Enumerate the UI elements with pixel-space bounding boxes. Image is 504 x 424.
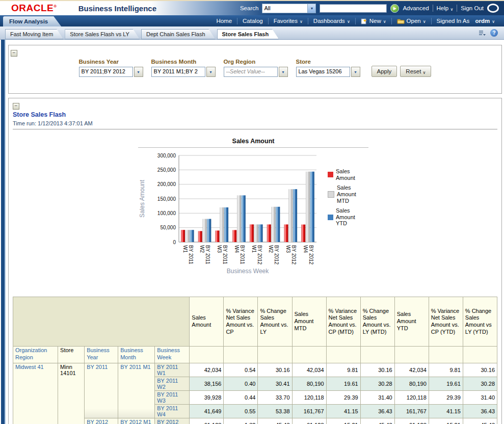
reset-button[interactable]: Reset ∨ [400, 66, 431, 77]
collapse-icon[interactable]: − [13, 103, 19, 110]
value-cell: 29.39 [429, 391, 463, 405]
business-week-link[interactable]: BY 2011 W2 [155, 377, 190, 391]
value-cell: 30.16 [463, 363, 497, 377]
bar-sales-amount-mtd[interactable] [220, 207, 224, 242]
collapse-icon[interactable]: − [11, 50, 17, 57]
legend-swatch-icon [328, 172, 333, 177]
x-tick-label: BY 2012W4 [303, 245, 314, 265]
business-month-link[interactable]: BY 2012 M1 [118, 418, 155, 424]
help-menu[interactable]: Help ∨ [437, 5, 454, 11]
bar-sales-amount[interactable] [267, 224, 271, 242]
bar-sales-amount[interactable] [232, 230, 236, 242]
search-scope-select[interactable]: All ▼ [262, 4, 316, 13]
dim-header[interactable]: Business Week [155, 347, 190, 363]
chevron-down-icon[interactable]: ▼ [206, 67, 216, 77]
bar-sales-amount[interactable] [181, 230, 185, 242]
bar-sales-amount[interactable] [284, 224, 288, 242]
business-month-select[interactable]: BY 2011 M1;BY 2 ▼ [151, 67, 216, 77]
help-icon[interactable]: ? [490, 29, 498, 37]
legend-item: Sales Amount [328, 168, 367, 181]
user-icon [487, 4, 499, 13]
value-cell: 41,649 [190, 405, 224, 418]
org-region-select[interactable]: --Select Value-- ▼ [224, 67, 288, 77]
tab-dept-chain-sales-flash[interactable]: Dept Chain Sales Flash [141, 29, 216, 39]
signed-in-menu[interactable]: Signed In As ordm ∨ [432, 18, 500, 24]
business-week-link[interactable]: BY 2011 W4 [155, 405, 190, 418]
value-cell: 45.43 [360, 418, 394, 424]
business-week-link[interactable]: BY 2011 W3 [155, 391, 190, 405]
bar-sales-amount-mtd[interactable] [237, 195, 241, 242]
value-cell: 9.81 [429, 363, 463, 377]
business-month-link[interactable]: BY 2011 M1 [118, 363, 155, 418]
business-week-link[interactable]: BY 2012 W1 [155, 418, 190, 424]
measure-header: % Change Sales Amount vs. LY (MTD) [360, 297, 394, 347]
business-year-link[interactable]: BY 2011 [85, 363, 118, 418]
org-region-link[interactable]: Midwest 41 [13, 363, 58, 424]
store-select[interactable]: Las Vegas 15206 ▼ [296, 67, 360, 77]
bar-sales-amount-mtd[interactable] [288, 189, 293, 242]
legend-swatch-icon [328, 191, 334, 198]
measure-header: % Variance Net Sales Amount vs. CP (MTD) [326, 297, 360, 347]
nav-open[interactable]: Open ∨ [392, 18, 431, 24]
bar-sales-amount-mtd[interactable] [272, 207, 276, 242]
bar-sales-amount[interactable] [198, 231, 202, 242]
nav-favorites[interactable]: Favorites ∨ [269, 18, 308, 24]
chevron-down-icon[interactable]: ▼ [351, 67, 360, 77]
dim-header: Store [58, 347, 85, 363]
bar-sales-amount-ytd[interactable] [190, 230, 194, 242]
dim-header[interactable]: Business Year [85, 347, 118, 363]
chevron-down-icon[interactable]: ▼ [307, 4, 315, 13]
tab-store-sales-flash-vs-ly[interactable]: Store Sales Flash vs LY [65, 29, 140, 39]
bar-sales-amount[interactable] [250, 224, 254, 242]
search-input[interactable] [320, 4, 387, 13]
bar-sales-amount-mtd[interactable] [254, 224, 258, 242]
bar-sales-amount-mtd[interactable] [185, 230, 190, 242]
bar-sales-amount[interactable] [301, 225, 305, 242]
sales-amount-chart: Sales Amount 050,000100,000150,000200,00… [138, 138, 368, 276]
open-folder-icon [397, 18, 405, 24]
dashboard-navbar: Flow Analysis Home Catalog Favorites ∨ D… [0, 15, 504, 26]
value-cell: 41.15 [429, 405, 463, 418]
svg-text:150,000: 150,000 [157, 196, 176, 202]
dim-header-empty [394, 347, 429, 363]
x-tick-label: BY 2012W2 [268, 245, 279, 265]
branding-bar: ORACLE® Business Intelligence Search All… [0, 0, 504, 15]
chart-title: Sales Amount [138, 138, 368, 148]
bar-sales-amount-ytd[interactable] [242, 195, 246, 242]
value-cell: 45.43 [258, 418, 292, 424]
dim-header[interactable]: Business Month [118, 347, 155, 363]
nav-new[interactable]: ✦ New ∨ [356, 18, 391, 24]
chevron-down-icon[interactable]: ▼ [279, 67, 288, 77]
value-cell: 15.21 [429, 418, 463, 424]
value-cell: 36.43 [463, 405, 497, 418]
table-body: Midwest 41Minn 14101BY 2011BY 2011 M1BY … [13, 363, 497, 424]
nav-catalog[interactable]: Catalog [237, 18, 268, 24]
bar-sales-amount-ytd[interactable] [293, 189, 297, 242]
dim-header-empty [190, 347, 224, 363]
advanced-link[interactable]: Advanced [403, 5, 429, 11]
bar-sales-amount-mtd[interactable] [306, 172, 310, 242]
bar-sales-amount-mtd[interactable] [203, 219, 207, 242]
nav-home[interactable]: Home [211, 18, 237, 24]
x-tick-label: BY 2011W4 [234, 245, 245, 264]
bar-sales-amount-ytd[interactable] [276, 207, 280, 242]
product-title: Business Intelligence [78, 4, 156, 13]
bar-sales-amount-ytd[interactable] [310, 172, 314, 242]
bar-sales-amount-ytd[interactable] [259, 224, 263, 242]
page-options-icon[interactable] [478, 30, 487, 37]
sign-out-link[interactable]: Sign Out [461, 5, 484, 11]
bar-sales-amount-ytd[interactable] [207, 219, 211, 242]
dashboard-page-tab[interactable]: Flow Analysis [3, 16, 61, 26]
tab-store-sales-flash[interactable]: Store Sales Flash [217, 29, 279, 39]
bar-sales-amount-ytd[interactable] [224, 207, 228, 242]
tab-fast-moving-item[interactable]: Fast Moving Item [5, 29, 63, 39]
bar-sales-amount[interactable] [216, 230, 220, 242]
search-go-icon[interactable]: ▶ [390, 4, 399, 13]
business-year-select[interactable]: BY 2011;BY 2012 ▼ [79, 67, 143, 77]
apply-button[interactable]: Apply [372, 66, 397, 77]
business-week-link[interactable]: BY 2011 W1 [155, 363, 190, 377]
nav-dashboards[interactable]: Dashboards ∨ [308, 18, 355, 24]
dim-header[interactable]: Organization Region [13, 347, 58, 363]
chevron-down-icon[interactable]: ▼ [134, 67, 143, 77]
business-year-link[interactable]: BY 2012 [85, 418, 118, 424]
